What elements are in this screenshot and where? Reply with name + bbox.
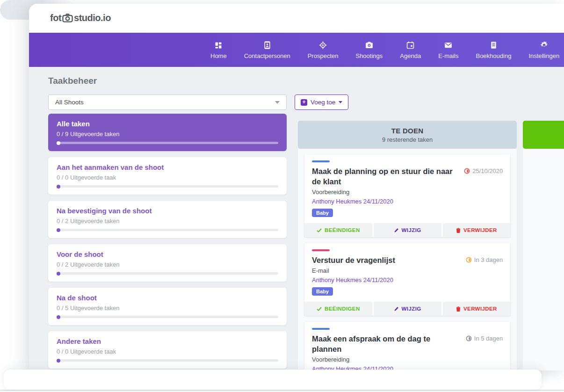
nav-item-home[interactable]: Home <box>210 41 227 59</box>
nav-item-prospecten[interactable]: Prospecten <box>308 41 339 59</box>
calendar-icon <box>406 41 414 49</box>
nav-item-emails[interactable]: E-mails <box>438 41 458 59</box>
gear-icon <box>540 41 548 49</box>
app-window: fot studio.io Home Contactpersonen <box>29 4 564 370</box>
nav-label: Prospecten <box>308 52 339 59</box>
logo-suffix: studio.io <box>74 13 111 23</box>
finish-task-button[interactable]: BEËINDIGEN <box>304 302 372 316</box>
camera-outline-icon <box>62 14 73 22</box>
contact-card-icon <box>263 41 271 49</box>
delete-label: VERWIJDER <box>463 227 497 233</box>
progress-bar <box>57 142 278 144</box>
task-group-na-de-shoot[interactable]: Na de shoot 0 / 5 Uitgevoerde taken <box>48 288 287 325</box>
nav-item-boekhouding[interactable]: Boekhouding <box>476 41 511 59</box>
task-card-body: Verstuur de vragenlijst In 3 dagen E-mai… <box>304 243 510 302</box>
task-due-text: In 5 dagen <box>474 335 503 342</box>
finish-task-button[interactable]: BEËINDIGEN <box>304 223 372 237</box>
logo-prefix: fot <box>50 13 61 23</box>
next-column-body <box>523 149 564 370</box>
task-tag-badge: Baby <box>312 209 333 217</box>
delete-task-button[interactable]: VERWIJDER <box>441 302 511 316</box>
clock-soon-icon <box>466 257 472 263</box>
nav-label: Instellingen <box>528 52 559 59</box>
content-area: Taakbeheer All Shoots + Voeg toe Alle ta… <box>29 67 564 370</box>
progress-dot <box>57 359 60 363</box>
next-column <box>523 121 564 370</box>
task-group-subtitle: 0 / 9 Uitgevoerde taken <box>57 131 278 138</box>
task-card[interactable]: Verstuur de vragenlijst In 3 dagen E-mai… <box>304 243 510 316</box>
nav-item-agenda[interactable]: Agenda <box>400 41 421 59</box>
edit-label: WIJZIG <box>402 306 421 312</box>
clock-later-icon <box>466 335 472 341</box>
delete-task-button[interactable]: VERWIJDER <box>441 223 511 237</box>
progress-bar <box>57 359 278 362</box>
todo-column-body: Maak de planning op en stuur die naar de… <box>298 149 517 370</box>
envelope-icon <box>444 41 452 49</box>
shoot-filter-select[interactable]: All Shoots <box>48 94 287 110</box>
nav-item-instellingen[interactable]: Instellingen <box>528 41 559 59</box>
next-column-header <box>523 121 564 149</box>
pencil-icon <box>394 306 399 312</box>
pencil-icon <box>394 228 399 233</box>
task-assignee-link[interactable]: Anthony Heukmes 24/11/2020 <box>312 198 503 205</box>
task-group-subtitle: 0 / 0 Uitgevoerde taak <box>57 348 278 355</box>
task-group-list: Alle taken 0 / 9 Uitgevoerde taken Aan h… <box>48 114 287 369</box>
page: fot studio.io Home Contactpersonen <box>0 0 564 392</box>
nav-label: E-mails <box>438 52 458 59</box>
edit-label: WIJZIG <box>402 227 421 233</box>
task-group-title: Andere taken <box>57 337 278 345</box>
card-accent-bar <box>312 160 330 162</box>
task-card[interactable]: Maak de planning op en stuur die naar de… <box>304 154 510 237</box>
task-group-na-bevestiging[interactable]: Na bevestiging van de shoot 0 / 2 Uitgev… <box>48 201 287 238</box>
bottom-edge-line <box>0 390 564 391</box>
chevron-down-icon <box>339 101 342 103</box>
progress-bar <box>57 229 278 231</box>
brand-logo[interactable]: fot studio.io <box>50 13 111 23</box>
task-category: E-mail <box>312 267 503 274</box>
task-due: 25/10/2020 <box>464 167 503 174</box>
clock-overdue-icon <box>464 168 470 174</box>
progress-bar <box>57 185 278 188</box>
task-group-aanmaken-shoot[interactable]: Aan het aanmaken van de shoot 0 / 0 Uitg… <box>48 157 287 195</box>
progress-dot <box>57 315 60 319</box>
progress-dot <box>57 228 60 232</box>
check-icon <box>317 307 322 311</box>
bottom-floating-bar <box>4 370 542 390</box>
column-title: TE DOEN <box>391 127 424 135</box>
task-group-andere-taken[interactable]: Andere taken 0 / 0 Uitgevoerde taak <box>48 331 287 369</box>
task-card-actions: BEËINDIGEN WIJZIG VERWIJDER <box>304 302 510 316</box>
delete-label: VERWIJDER <box>463 306 497 312</box>
edit-task-button[interactable]: WIJZIG <box>372 302 441 316</box>
task-title: Maak een afspraak om de dag te plannen <box>312 334 461 354</box>
task-group-subtitle: 0 / 2 Uitgevoerde taken <box>57 261 278 268</box>
progress-dot <box>57 141 60 145</box>
task-group-subtitle: 0 / 5 Uitgevoerde taken <box>57 305 278 312</box>
edit-task-button[interactable]: WIJZIG <box>372 223 441 237</box>
kanban-board: TE DOEN 9 resterende taken Maak de plann… <box>298 121 564 370</box>
task-group-alle-taken[interactable]: Alle taken 0 / 9 Uitgevoerde taken <box>48 114 287 151</box>
task-card[interactable]: Maak een afspraak om de dag te plannen I… <box>304 322 510 370</box>
task-due-text: 25/10/2020 <box>472 167 503 174</box>
nav-label: Home <box>210 52 227 59</box>
task-card-body: Maak een afspraak om de dag te plannen I… <box>304 322 510 370</box>
card-accent-bar <box>312 328 330 330</box>
check-icon <box>317 228 322 232</box>
task-assignee-link[interactable]: Anthony Heukmes 24/11/2020 <box>312 276 503 283</box>
task-group-title: Aan het aanmaken van de shoot <box>57 163 278 171</box>
task-due-text: In 3 dagen <box>474 256 503 263</box>
nav-item-contactpersonen[interactable]: Contactpersonen <box>244 41 290 59</box>
task-group-voor-de-shoot[interactable]: Voor de shoot 0 / 2 Uitgevoerde taken <box>48 244 287 282</box>
progress-dot <box>57 272 60 276</box>
add-task-button[interactable]: + Voeg toe <box>295 94 348 110</box>
task-due: In 3 dagen <box>466 256 503 263</box>
task-tag-badge: Baby <box>312 287 333 296</box>
task-group-title: Alle taken <box>57 120 278 128</box>
page-title: Taakbeheer <box>48 76 97 86</box>
chevron-down-icon <box>275 101 280 104</box>
column-subtitle: 9 resterende taken <box>382 136 433 143</box>
task-group-subtitle: 0 / 0 Uitgevoerde taak <box>57 174 278 181</box>
todo-column-header: TE DOEN 9 resterende taken <box>298 121 517 149</box>
nav-label: Shootings <box>355 52 383 59</box>
nav-label: Boekhouding <box>476 52 511 59</box>
nav-item-shootings[interactable]: Shootings <box>355 41 383 59</box>
